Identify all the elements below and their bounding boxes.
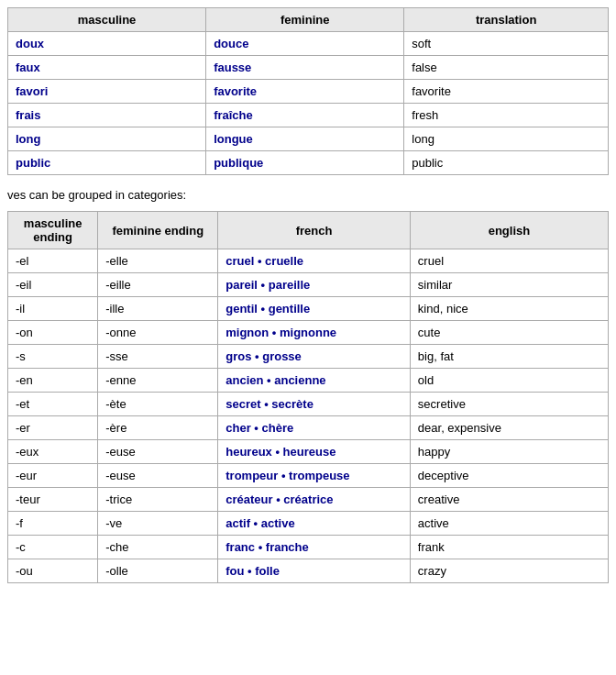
- top-header-feminine: feminine: [206, 8, 404, 32]
- fem-ending-cell: -ille: [98, 297, 218, 321]
- fem-ending-cell: -euse: [98, 440, 218, 464]
- english-cell: similar: [410, 273, 608, 297]
- french-cell[interactable]: créateur • créatrice: [218, 488, 411, 512]
- masc-ending-cell: -il: [8, 297, 98, 321]
- ending-table-row: -eur -euse trompeur • trompeuse deceptiv…: [8, 464, 609, 488]
- english-cell: deceptive: [410, 464, 608, 488]
- table-row: faux fausse false: [8, 56, 609, 80]
- french-cell[interactable]: pareil • pareille: [218, 273, 411, 297]
- top-table: masculine feminine translation doux douc…: [7, 7, 609, 175]
- ending-table-row: -en -enne ancien • ancienne old: [8, 369, 609, 393]
- french-cell[interactable]: franc • franche: [218, 536, 411, 559]
- ending-header-masc: masculine ending: [8, 212, 98, 249]
- ending-table-row: -er -ère cher • chère dear, expensive: [8, 416, 609, 440]
- masc-ending-cell: -eux: [8, 440, 98, 464]
- english-cell: kind, nice: [410, 297, 608, 321]
- ending-table-row: -c -che franc • franche frank: [8, 536, 609, 559]
- ending-table-row: -ou -olle fou • folle crazy: [8, 559, 609, 583]
- french-cell[interactable]: mignon • mignonne: [218, 321, 411, 345]
- trans-cell: false: [404, 56, 609, 80]
- fem-ending-cell: -elle: [98, 249, 218, 273]
- table-row: favori favorite favorite: [8, 80, 609, 104]
- masc-ending-cell: -er: [8, 416, 98, 440]
- ending-header-english: english: [410, 212, 608, 249]
- ending-header-fem: feminine ending: [98, 212, 218, 249]
- fem-ending-cell: -trice: [98, 488, 218, 512]
- french-cell[interactable]: trompeur • trompeuse: [218, 464, 411, 488]
- english-cell: secretive: [410, 393, 608, 416]
- french-cell[interactable]: gros • grosse: [218, 345, 411, 369]
- trans-cell: soft: [404, 32, 609, 56]
- ending-table-row: -teur -trice créateur • créatrice creati…: [8, 488, 609, 512]
- english-cell: active: [410, 512, 608, 536]
- english-cell: happy: [410, 440, 608, 464]
- french-cell[interactable]: cruel • cruelle: [218, 249, 411, 273]
- ending-table: masculine ending feminine ending french …: [7, 211, 609, 583]
- french-cell[interactable]: actif • active: [218, 512, 411, 536]
- ending-table-row: -s -sse gros • grosse big, fat: [8, 345, 609, 369]
- english-cell: old: [410, 369, 608, 393]
- table-row: public publique public: [8, 151, 609, 175]
- fem-ending-cell: -euse: [98, 464, 218, 488]
- ending-table-row: -f -ve actif • active active: [8, 512, 609, 536]
- french-cell[interactable]: gentil • gentille: [218, 297, 411, 321]
- table-row: frais fraîche fresh: [8, 104, 609, 127]
- trans-cell: public: [404, 151, 609, 175]
- masc-ending-cell: -eil: [8, 273, 98, 297]
- masc-ending-cell: -f: [8, 512, 98, 536]
- masc-ending-cell: -et: [8, 393, 98, 416]
- fem-ending-cell: -ère: [98, 416, 218, 440]
- fem-ending-cell: -olle: [98, 559, 218, 583]
- french-cell[interactable]: secret • secrète: [218, 393, 411, 416]
- top-table-wrapper: masculine feminine translation doux douc…: [7, 7, 609, 175]
- english-cell: cute: [410, 321, 608, 345]
- french-cell[interactable]: fou • folle: [218, 559, 411, 583]
- fem-ending-cell: -enne: [98, 369, 218, 393]
- ending-table-row: -il -ille gentil • gentille kind, nice: [8, 297, 609, 321]
- masc-cell[interactable]: long: [8, 127, 206, 151]
- trans-cell: fresh: [404, 104, 609, 127]
- ending-table-row: -eux -euse heureux • heureuse happy: [8, 440, 609, 464]
- masc-cell[interactable]: doux: [8, 32, 206, 56]
- table-row: long longue long: [8, 127, 609, 151]
- ending-table-wrapper: masculine ending feminine ending french …: [7, 211, 609, 583]
- fem-cell[interactable]: fraîche: [206, 104, 404, 127]
- ending-table-row: -on -onne mignon • mignonne cute: [8, 321, 609, 345]
- masc-cell[interactable]: frais: [8, 104, 206, 127]
- top-header-translation: translation: [404, 8, 609, 32]
- masc-ending-cell: -teur: [8, 488, 98, 512]
- fem-ending-cell: -sse: [98, 345, 218, 369]
- fem-cell[interactable]: longue: [206, 127, 404, 151]
- masc-cell[interactable]: favori: [8, 80, 206, 104]
- masc-ending-cell: -ou: [8, 559, 98, 583]
- english-cell: crazy: [410, 559, 608, 583]
- fem-ending-cell: -che: [98, 536, 218, 559]
- french-cell[interactable]: cher • chère: [218, 416, 411, 440]
- english-cell: big, fat: [410, 345, 608, 369]
- masc-ending-cell: -eur: [8, 464, 98, 488]
- trans-cell: favorite: [404, 80, 609, 104]
- intro-text: ves can be grouped in categories:: [7, 188, 609, 202]
- table-row: doux douce soft: [8, 32, 609, 56]
- french-cell[interactable]: heureux • heureuse: [218, 440, 411, 464]
- masc-ending-cell: -s: [8, 345, 98, 369]
- masc-ending-cell: -en: [8, 369, 98, 393]
- top-header-masculine: masculine: [8, 8, 206, 32]
- fem-ending-cell: -ve: [98, 512, 218, 536]
- fem-ending-cell: -ète: [98, 393, 218, 416]
- ending-table-row: -eil -eille pareil • pareille similar: [8, 273, 609, 297]
- fem-cell[interactable]: publique: [206, 151, 404, 175]
- masc-ending-cell: -el: [8, 249, 98, 273]
- english-cell: cruel: [410, 249, 608, 273]
- masc-cell[interactable]: faux: [8, 56, 206, 80]
- ending-table-row: -el -elle cruel • cruelle cruel: [8, 249, 609, 273]
- fem-cell[interactable]: douce: [206, 32, 404, 56]
- fem-ending-cell: -eille: [98, 273, 218, 297]
- fem-ending-cell: -onne: [98, 321, 218, 345]
- english-cell: creative: [410, 488, 608, 512]
- masc-cell[interactable]: public: [8, 151, 206, 175]
- ending-table-row: -et -ète secret • secrète secretive: [8, 393, 609, 416]
- fem-cell[interactable]: fausse: [206, 56, 404, 80]
- fem-cell[interactable]: favorite: [206, 80, 404, 104]
- french-cell[interactable]: ancien • ancienne: [218, 369, 411, 393]
